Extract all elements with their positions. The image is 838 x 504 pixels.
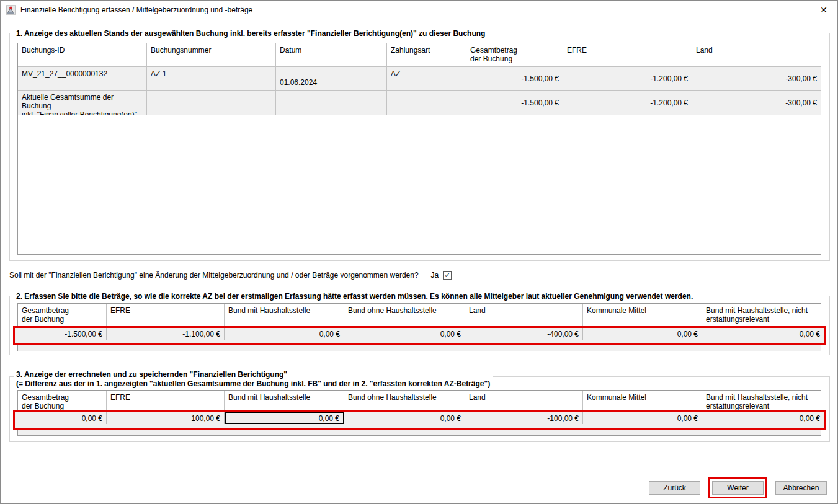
correct-amounts-table: Gesamtbetrag der Buchung EFRE Bund mit H… <box>17 303 821 351</box>
input-bund-ohne-hh[interactable]: 0,00 € <box>344 328 465 340</box>
table-header-row: Gesamtbetrag der Buchung EFRE Bund mit H… <box>18 304 821 327</box>
table-header-row: Gesamtbetrag der Buchung EFRE Bund mit H… <box>18 391 821 412</box>
cell-efre: -1.200,00 € <box>563 67 692 90</box>
header-gesamtbetrag: Gesamtbetrag der Buchung <box>18 391 107 411</box>
cell-zahlungsart: AZ <box>387 67 466 90</box>
cell-buchungsnummer: AZ 1 <box>147 67 276 90</box>
header-kommunale-mittel: Kommunale Mittel <box>583 391 702 411</box>
input-gesamtbetrag[interactable]: -1.500,00 € <box>18 328 107 340</box>
close-icon[interactable]: ✕ <box>818 4 829 15</box>
cell-datum: 01.06.2024 <box>276 67 387 90</box>
dialog-buttons: Zurück Weiter Abbrechen <box>649 477 827 498</box>
cell-empty <box>276 91 387 115</box>
next-button[interactable]: Weiter <box>712 481 764 495</box>
dialog-window: { "window": { "title": "Finanzielle Beri… <box>0 0 838 504</box>
section1-legend: 1. Anzeige des aktuellen Stands der ausg… <box>14 29 488 38</box>
section1-groupbox: 1. Anzeige des aktuellen Stands der ausg… <box>9 33 830 261</box>
section3-groupbox: 3. Anzeige der errechneten und zu speich… <box>9 376 830 442</box>
header-bund-mit-hh: Bund mit Haushaltsstelle <box>225 391 344 411</box>
result-bund-ohne-hh[interactable]: 0,00 € <box>344 412 465 424</box>
header-bund-mit-hh-nicht-erstattungsrelevant: Bund mit Haushaltsstelle, nicht erstattu… <box>702 391 821 411</box>
cell-gesamtbetrag: -1.500,00 € <box>466 67 563 90</box>
header-land: Land <box>692 43 821 66</box>
question-row: Soll mit der "Finanziellen Berichtigung"… <box>9 271 452 280</box>
cell-land: -300,00 € <box>692 67 821 90</box>
section3-legend: 3. Anzeige der errechneten und zu speich… <box>14 370 493 389</box>
cell-buchungs-id: MV_21_27__0000000132 <box>18 67 147 90</box>
header-kommunale-mittel: Kommunale Mittel <box>583 304 702 327</box>
input-efre[interactable]: -1.100,00 € <box>107 328 225 340</box>
header-bund-mit-hh: Bund mit Haushaltsstelle <box>225 304 344 327</box>
input-kommunale-mittel[interactable]: 0,00 € <box>583 328 702 340</box>
cell-sum-gesamtbetrag: -1.500,00 € <box>466 91 563 115</box>
result-land[interactable]: -100,00 € <box>465 412 583 424</box>
header-gesamtbetrag: Gesamtbetrag der Buchung <box>466 43 563 66</box>
header-efre: EFRE <box>107 304 225 327</box>
header-gesamtbetrag: Gesamtbetrag der Buchung <box>18 304 107 327</box>
booking-status-table: Buchungs-ID Buchungsnummer Datum Zahlung… <box>17 43 821 255</box>
table-row-booking: MV_21_27__0000000132 AZ 1 01.06.2024 AZ … <box>18 67 821 91</box>
input-bund-mit-hh-nicht-erstattungsrelevant[interactable]: 0,00 € <box>702 328 824 340</box>
cancel-button[interactable]: Abbrechen <box>775 481 827 495</box>
calculated-correction-table: Gesamtbetrag der Buchung EFRE Bund mit H… <box>17 390 821 436</box>
cell-empty <box>387 91 466 115</box>
next-button-highlight: Weiter <box>708 477 767 498</box>
header-bund-mit-hh-nicht-erstattungsrelevant: Bund mit Haushaltsstelle, nicht erstattu… <box>702 304 821 327</box>
question-text: Soll mit der "Finanziellen Berichtigung"… <box>9 271 419 280</box>
section3-legend-line2: (= Differenz aus der in 1. angezeigten "… <box>16 379 490 389</box>
yes-checkbox[interactable]: ✓ <box>443 271 452 280</box>
header-bund-ohne-hh: Bund ohne Haushaltsstelle <box>344 304 465 327</box>
header-land: Land <box>465 304 583 327</box>
cell-sum-efre: -1.200,00 € <box>563 91 692 115</box>
table-row-sum: Aktuelle Gesamtsumme der Buchung inkl. "… <box>18 91 821 115</box>
result-efre[interactable]: 100,00 € <box>107 412 225 424</box>
header-efre: EFRE <box>563 43 692 66</box>
header-efre: EFRE <box>107 391 225 411</box>
header-land: Land <box>465 391 583 411</box>
window-title: Finanzielle Berichtigung erfassen / Mitt… <box>20 6 252 14</box>
header-bund-ohne-hh: Bund ohne Haushaltsstelle <box>344 391 465 411</box>
result-gesamtbetrag[interactable]: 0,00 € <box>18 412 107 424</box>
result-bund-mit-hh-focused[interactable]: 0,00 € <box>225 412 344 424</box>
table-header-row: Buchungs-ID Buchungsnummer Datum Zahlung… <box>18 43 821 67</box>
section2-groupbox: 2. Erfassen Sie bitte die Beträge, so wi… <box>9 296 830 355</box>
cell-sum-land: -300,00 € <box>692 91 821 115</box>
result-row-highlighted: 0,00 € 100,00 € 0,00 € 0,00 € -100,00 € … <box>13 410 826 430</box>
entry-row-highlighted: -1.500,00 € -1.100,00 € 0,00 € 0,00 € -4… <box>13 326 826 345</box>
app-icon <box>6 5 16 15</box>
header-zahlungsart: Zahlungsart <box>387 43 466 66</box>
yes-label: Ja <box>431 271 439 280</box>
back-button[interactable]: Zurück <box>649 481 700 495</box>
header-datum: Datum <box>276 43 387 66</box>
input-bund-mit-hh[interactable]: 0,00 € <box>225 328 344 340</box>
titlebar: Finanzielle Berichtigung erfassen / Mitt… <box>1 1 837 19</box>
result-kommunale-mittel[interactable]: 0,00 € <box>583 412 702 424</box>
input-land[interactable]: -400,00 € <box>465 328 583 340</box>
section2-legend: 2. Erfassen Sie bitte die Beträge, so wi… <box>14 292 695 301</box>
cell-sum-label: Aktuelle Gesamtsumme der Buchung inkl. "… <box>18 91 147 115</box>
header-buchungsnummer: Buchungsnummer <box>147 43 276 66</box>
header-buchungs-id: Buchungs-ID <box>18 43 147 66</box>
section3-legend-line1: 3. Anzeige der errechneten und zu speich… <box>16 370 490 379</box>
cell-empty <box>147 91 276 115</box>
result-bund-mit-hh-nicht-erstattungsrelevant[interactable]: 0,00 € <box>702 412 824 424</box>
